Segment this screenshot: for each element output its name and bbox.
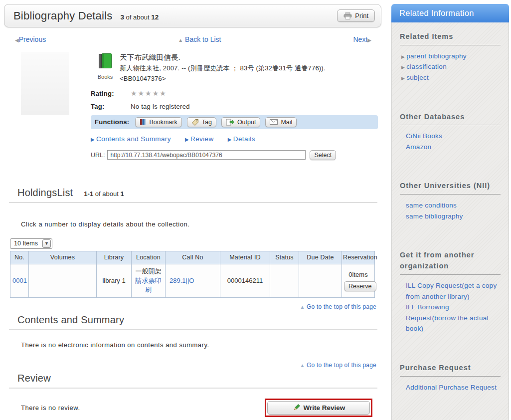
sidebar-link-subject[interactable]: ▶subject — [400, 72, 501, 83]
sidebar-link-ill-copy-request[interactable]: ILL Copy Request(get a copy from another… — [400, 280, 501, 302]
sidebar-link-amazon[interactable]: Amazon — [400, 142, 501, 153]
sidebar-link-parent-bibliography[interactable]: ▶parent bibliography — [400, 51, 501, 62]
tag-icon — [191, 119, 199, 126]
print-button[interactable]: Print — [337, 9, 375, 22]
col-status: Status — [270, 251, 299, 264]
media-type-label: Books — [91, 74, 120, 80]
book-publication: 新人物往来社, 2007. -- (別冊歴史読本 ； 83号 (第32巻31号 … — [120, 63, 326, 74]
mail-button-label: Mail — [281, 119, 292, 126]
holdings-row: 0001 library 1 一般開架請求票印刷 289.1||O 000014… — [10, 264, 375, 298]
previous-label: Previous — [19, 35, 46, 43]
tag-button-label: Tag — [202, 119, 212, 126]
back-to-list-link[interactable]: ▲ Back to List — [178, 35, 221, 43]
up-arrow-icon: ▲ — [300, 363, 305, 368]
write-review-label: Write Review — [304, 404, 345, 412]
result-total: 12 — [151, 13, 159, 21]
sidebar-link-same-bibliography[interactable]: same bibliography — [400, 211, 501, 222]
anchor-contents-label: Contents and Summary — [96, 135, 171, 143]
holding-volumes — [29, 264, 97, 298]
output-button[interactable]: Output — [221, 117, 261, 127]
sidebar-link-same-conditions[interactable]: same conditions — [400, 200, 501, 211]
result-count: 3 of about 12 — [120, 10, 159, 21]
page-title: Bibliography Details — [13, 9, 112, 22]
mail-icon — [270, 119, 278, 125]
contents-summary-rule — [9, 329, 377, 330]
holdings-range: 1-1 — [84, 190, 93, 198]
items-per-page-select[interactable]: 10 Items ▼ — [10, 238, 52, 249]
review-row: There is no review. Write Review — [0, 399, 386, 417]
printer-icon — [343, 12, 352, 19]
get-from-another-organization-heading: Get it from another organization — [400, 250, 501, 275]
call-slip-print-link[interactable]: 請求票印刷 — [136, 277, 162, 294]
write-review-highlight-box: Write Review — [265, 399, 372, 417]
review-empty-text: There is no review. — [21, 404, 80, 412]
items-per-page-value: 10 Items — [14, 240, 38, 247]
holdings-total: 1 — [120, 190, 124, 198]
go-top-row: ▲ Go to the top of this page — [0, 362, 376, 369]
anchor-details[interactable]: ▶Details — [228, 135, 255, 143]
sidebar-link-ill-borrowing-request[interactable]: ILL Borrowing Request(borrow the actual … — [400, 302, 501, 334]
holdings-header-row: No. Volumes Library Location Call No Mat… — [10, 251, 375, 264]
bookmark-button[interactable]: Bookmark — [135, 117, 181, 127]
reservation-count: 0items — [344, 270, 372, 280]
next-link[interactable]: Next▶ — [353, 35, 372, 43]
functions-label: Functions: — [95, 118, 129, 126]
go-to-top-link[interactable]: ▲ Go to the top of this page — [300, 362, 376, 369]
anchor-arrow-icon: ▶ — [185, 137, 189, 142]
write-review-button[interactable]: Write Review — [267, 401, 370, 415]
result-navigation: ◀Previous ▲ Back to List Next▶ — [15, 35, 371, 43]
holding-no-link[interactable]: 0001 — [12, 277, 27, 284]
books-icon — [96, 52, 115, 71]
sidebar-link-cinii-books[interactable]: CiNii Books — [400, 131, 501, 142]
bookmark-icon — [140, 119, 146, 125]
mail-button[interactable]: Mail — [265, 117, 297, 127]
anchor-review[interactable]: ▶Review — [185, 135, 214, 143]
anchor-arrow-icon: ▶ — [228, 137, 232, 142]
col-library: Library — [97, 251, 132, 264]
url-select-button[interactable]: Select — [310, 150, 336, 160]
col-due-date: Due Date — [299, 251, 342, 264]
holding-due-date — [299, 264, 342, 298]
url-input[interactable] — [107, 150, 306, 160]
next-label: Next — [353, 35, 368, 43]
sidebar-link-additional-purchase-request[interactable]: Additional Purchase Request — [400, 382, 501, 393]
tag-row: Tag: No tag is registered — [91, 103, 386, 110]
reserve-button[interactable]: Reserve — [344, 281, 376, 291]
go-to-top-link[interactable]: ▲ Go to the top of this page — [300, 303, 376, 310]
main-content: Bibliography Details 3 of about 12 Print… — [0, 0, 386, 420]
title-bar: Bibliography Details 3 of about 12 Print — [4, 4, 381, 27]
sidebar-link-classification[interactable]: ▶classification — [400, 61, 501, 72]
col-reservation: Reservation — [342, 251, 375, 264]
go-top-label: Go to the top of this page — [307, 362, 376, 369]
result-position: 3 — [120, 13, 124, 21]
output-button-label: Output — [237, 119, 256, 126]
back-to-list-arrow-icon: ▲ — [178, 37, 183, 43]
holding-location: 一般開架 — [136, 267, 162, 275]
col-location: Location — [132, 251, 166, 264]
url-label: URL: — [91, 152, 105, 159]
holding-status — [270, 264, 299, 298]
col-material-id: Material ID — [220, 251, 270, 264]
holdings-hint: Click a number to display details about … — [21, 220, 386, 228]
next-arrow-icon: ▶ — [367, 37, 371, 43]
up-arrow-icon: ▲ — [300, 304, 305, 310]
other-databases-section: Other Databases CiNii Books Amazon — [400, 112, 501, 153]
related-information-panel: Related Information Related Items ▶paren… — [391, 4, 509, 420]
back-to-list-label: Back to List — [185, 35, 221, 43]
contents-summary-heading: Contents and Summary — [17, 314, 386, 326]
holding-library: library 1 — [97, 264, 132, 298]
related-items-section: Related Items ▶parent bibliography ▶clas… — [400, 31, 501, 83]
purchase-request-heading: Purchase Request — [400, 363, 501, 377]
tag-button[interactable]: Tag — [187, 117, 216, 127]
holdings-section-heading: HoldingsList 1-1 of about 1 — [17, 187, 386, 199]
review-heading: Review — [17, 373, 386, 384]
functions-bar: Functions: Bookmark Tag Output Mail — [91, 115, 378, 129]
review-rule — [9, 388, 377, 389]
anchor-contents-and-summary[interactable]: ▶Contents and Summary — [91, 135, 171, 143]
holding-call-no-link[interactable]: 289.1||O — [170, 277, 194, 284]
link-arrow-icon: ▶ — [401, 76, 405, 81]
previous-link[interactable]: ◀Previous — [15, 35, 46, 43]
anchor-links: ▶Contents and Summary ▶Review ▶Details — [91, 135, 386, 143]
book-bib-id: <BB01047376> — [120, 74, 326, 84]
contents-summary-title: Contents and Summary — [17, 314, 124, 326]
